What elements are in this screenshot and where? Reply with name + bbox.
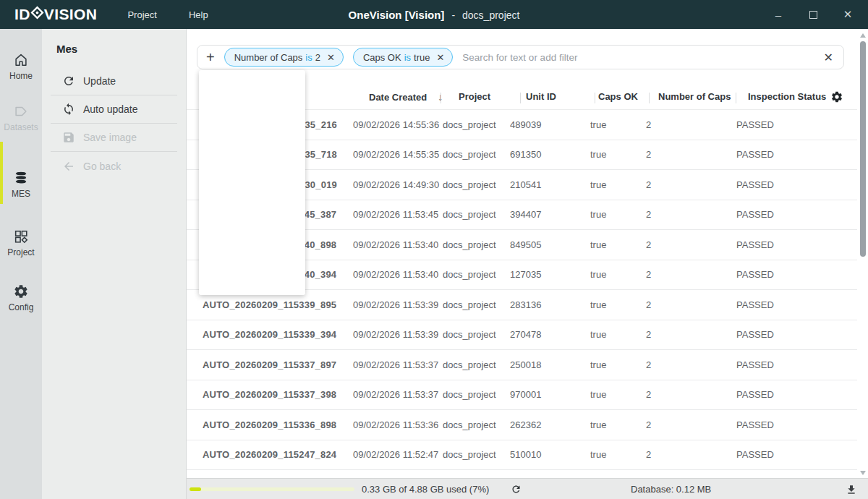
tag-icon (0, 103, 42, 119)
status-bar: 0.33 GB of 4.88 GB used (7%) Database: 0… (187, 478, 868, 499)
filter-field-dropdown (199, 70, 305, 295)
cell-inspection-status: PASSED (736, 449, 857, 460)
cell-project: docs_project (443, 209, 510, 220)
panel-item-label: Auto update (83, 103, 138, 115)
cell-date-created: 09/02/2026 11:53:40 (353, 239, 443, 250)
column-header-date-created[interactable]: Date Created↓ (369, 91, 443, 103)
serial-link[interactable]: AUTO_20260209_115336_898 (203, 419, 336, 430)
column-separator (441, 93, 441, 103)
remove-chip-icon[interactable]: ✕ (327, 52, 335, 63)
clear-filters-icon[interactable]: ✕ (824, 51, 833, 64)
cell-project: docs_project (443, 299, 510, 310)
filter-chip-caps-ok[interactable]: Caps OK is true ✕ (353, 48, 453, 67)
maximize-button[interactable] (796, 0, 830, 29)
filter-dropdown-item[interactable] (199, 171, 305, 195)
cell-date-created: 09/02/2026 14:55:35 (353, 149, 443, 160)
cell-project: docs_project (443, 419, 510, 430)
cell-number-of-caps: 2 (646, 119, 736, 130)
home-icon (0, 52, 42, 68)
cell-date-created: 09/02/2026 11:52:47 (353, 449, 443, 460)
column-settings-gear-icon[interactable] (830, 90, 843, 103)
sidebar-item-datasets: Datasets (0, 103, 42, 132)
panel-item-label: Go back (83, 161, 121, 172)
filter-dropdown-item[interactable] (199, 242, 305, 266)
auto-update-button[interactable]: Auto update (51, 95, 177, 124)
chip-operator: is (404, 52, 411, 63)
serial-link[interactable]: AUTO_20260209_115337_897 (203, 359, 336, 370)
cell-unit-id: 691350 (510, 149, 590, 160)
cell-unit-id: 127035 (510, 269, 590, 280)
cell-caps-ok: true (590, 179, 646, 190)
sidebar-item-config[interactable]: Config (0, 283, 42, 312)
scroll-down-arrow-icon[interactable] (860, 471, 866, 475)
column-separator (736, 93, 736, 103)
sidebar-item-project[interactable]: Project (0, 229, 42, 257)
cell-unit-id: 970001 (510, 389, 590, 400)
cell-number-of-caps: 2 (646, 359, 736, 370)
cell-date-created: 09/02/2026 11:53:39 (353, 299, 443, 310)
cell-date-created: 09/02/2026 11:53:45 (353, 209, 443, 220)
update-button[interactable]: Update (51, 67, 177, 95)
filter-dropdown-item[interactable] (199, 99, 305, 123)
add-filter-button[interactable]: + (206, 50, 215, 64)
cell-inspection-status: PASSED (736, 149, 857, 160)
cell-number-of-caps: 2 (646, 149, 736, 160)
panel-actions: Update Auto update Save image Go back (42, 67, 186, 180)
cell-caps-ok: true (590, 239, 646, 250)
minimize-button[interactable]: – (761, 0, 796, 29)
serial-link[interactable]: AUTO_20260209_115339_895 (203, 299, 336, 310)
column-separator (520, 93, 521, 103)
column-header-project[interactable]: Project (459, 91, 490, 102)
search-input[interactable] (453, 52, 823, 63)
table-row: AUTO_20260209_115247_824 09/02/2026 11:5… (187, 440, 857, 471)
column-header-number-of-caps[interactable]: Number of Caps (658, 91, 731, 102)
menu-help[interactable]: Help (189, 9, 208, 20)
serial-link[interactable]: AUTO_20260209_115337_398 (203, 389, 336, 400)
cell-date-created: 09/02/2026 14:55:36 (353, 119, 443, 130)
column-separator (649, 93, 650, 103)
sidebar-item-label: Home (0, 71, 42, 81)
column-header-caps-ok[interactable]: Caps OK (598, 91, 638, 102)
serial-link[interactable]: AUTO_20260209_115247_824 (203, 449, 336, 460)
cell-project: docs_project (443, 329, 510, 340)
cell-project: docs_project (443, 389, 510, 400)
filter-chip-number-of-caps[interactable]: Number of Caps is 2 ✕ (224, 48, 344, 67)
cell-caps-ok: true (590, 419, 646, 430)
download-icon[interactable] (846, 484, 857, 495)
sidebar-item-home[interactable]: Home (0, 52, 42, 81)
scrollbar-thumb[interactable] (860, 41, 866, 257)
title-separator: - (451, 9, 455, 21)
cell-project: docs_project (443, 359, 510, 370)
serial-link[interactable]: AUTO_20260209_115339_394 (203, 329, 336, 340)
filter-dropdown-item[interactable] (199, 147, 305, 171)
filter-bar: + Number of Caps is 2 ✕ Caps OK is true … (197, 45, 844, 69)
close-button[interactable]: ✕ (830, 0, 865, 29)
remove-chip-icon[interactable]: ✕ (436, 52, 444, 63)
gear-icon (0, 283, 42, 299)
menu-project[interactable]: Project (127, 9, 156, 20)
column-header-inspection-status[interactable]: Inspection Status (748, 91, 826, 102)
app-title: OneVision [Vision] (349, 9, 445, 21)
grid-diamond-icon (0, 229, 42, 244)
cell-inspection-status: PASSED (736, 389, 857, 400)
cell-unit-id: 849505 (510, 239, 590, 250)
maximize-icon (809, 11, 817, 19)
filter-dropdown-item[interactable] (199, 123, 305, 147)
column-header-unit-id[interactable]: Unit ID (526, 91, 556, 102)
cell-number-of-caps: 2 (646, 299, 736, 310)
cell-caps-ok: true (590, 389, 646, 400)
cell-project: docs_project (443, 239, 510, 250)
cell-unit-id: 210541 (510, 179, 590, 190)
logo-text-prefix: ID (14, 6, 30, 23)
cell-caps-ok: true (590, 449, 646, 460)
cell-inspection-status: PASSED (736, 299, 857, 310)
cell-inspection-status: PASSED (736, 269, 857, 280)
sidebar-item-mes[interactable]: MES (0, 170, 42, 199)
filter-dropdown-item[interactable] (199, 266, 305, 290)
filter-dropdown-item[interactable] (199, 75, 305, 99)
scroll-up-arrow-icon[interactable] (860, 33, 866, 38)
filter-dropdown-item[interactable] (199, 195, 305, 218)
refresh-storage-icon[interactable] (511, 484, 522, 495)
filter-dropdown-item[interactable] (199, 218, 305, 242)
cell-project: docs_project (443, 149, 510, 160)
